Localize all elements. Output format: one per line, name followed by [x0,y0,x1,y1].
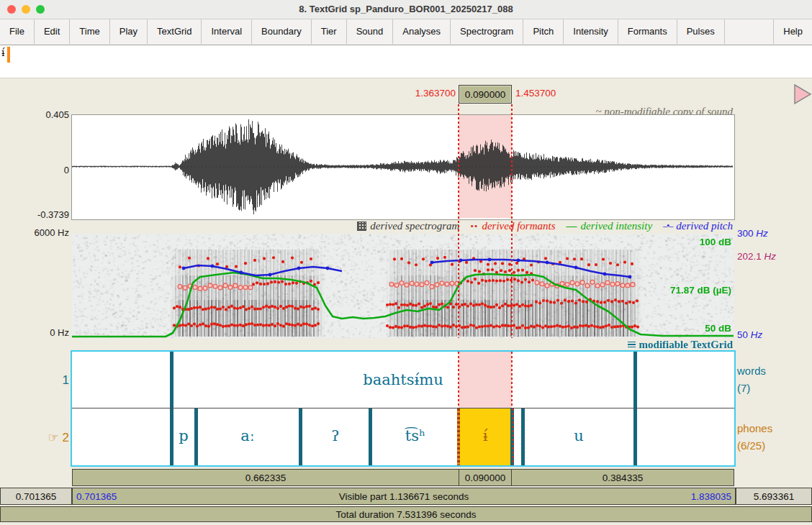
menu-spectrogram[interactable]: Spectrogram [451,19,523,44]
visible-end-time: 1.838035 [691,488,731,506]
word-interval-label: baahtsɨ́mu [363,371,443,388]
menu-textgrid[interactable]: TextGrid [148,19,202,44]
play-right-part-button[interactable]: 0.384335 [511,469,734,486]
praat-textgrid-editor: 8. TextGrid sp_Panduro_BOR001_20250217_0… [0,0,812,525]
menu-formants[interactable]: Formants [618,19,677,44]
menu-intensity[interactable]: Intensity [564,19,618,44]
selected-boundary-right[interactable] [510,408,514,465]
menu-interval[interactable]: Interval [202,19,252,44]
phone-interval-label: u [574,427,584,444]
amp-max-label: 0.405 [45,109,69,120]
legend-spectrogram-label: derived spectrogram [370,220,459,232]
menu-help[interactable]: Help [773,19,812,44]
selection-duration-button[interactable]: 0.090000 [459,85,512,104]
boundary-bar[interactable] [633,352,637,408]
spectrogram-legend-icon [357,222,366,231]
phone-interval-label: aː [240,427,255,444]
analysis-legend: derived spectrogram •• derived formants … [357,220,733,232]
menu-file[interactable]: File [0,19,35,44]
legend-formants: •• derived formants [470,220,555,232]
textgrid-note-label: modifiable TextGrid [639,339,733,351]
selection-left-dash[interactable] [458,104,459,338]
boundary-bar[interactable] [633,408,637,465]
textgrid-note: modifiable TextGrid [628,339,733,351]
pitch-legend-icon: –•– [663,221,672,232]
window-title: 8. TextGrid sp_Panduro_BOR001_20250217_0… [0,0,812,19]
boundary-bar[interactable] [170,408,173,465]
phone-interval-label: t͡sʰ [405,427,425,444]
legend-spectrogram: derived spectrogram [357,220,459,232]
legend-pitch-label: derived pitch [676,220,733,232]
waveform-panel[interactable] [71,114,735,220]
visible-start-time: 0.701365 [76,488,117,506]
menu-boundary[interactable]: Boundary [252,19,312,44]
formants-legend-icon: •• [470,221,478,232]
spectrogram-canvas[interactable] [72,234,734,338]
interval-text-field[interactable]: ɨ́ [0,45,812,78]
menu-pulses[interactable]: Pulses [677,19,725,44]
menu-time[interactable]: Time [70,19,109,44]
boundary-bar[interactable] [170,352,173,408]
boundary-bar[interactable] [369,408,372,465]
tier1-count: (7) [737,382,750,394]
pointing-hand-icon: ☞ [48,431,59,444]
menu-sound[interactable]: Sound [347,19,394,44]
pitch-bottom-label: 50 Hz [737,329,762,340]
selection-right-dash[interactable] [511,104,513,338]
selection-right-dash-tier2 [512,408,513,465]
selection-end-time[interactable]: 1.453700 [515,88,556,99]
play-visible-part-button[interactable]: 0.701365 Visible part 1.136671 seconds 1… [72,488,736,505]
tier2-count: (6/25) [737,439,765,452]
db-value-label: 71.87 dB (µE) [670,285,731,296]
menu-play[interactable]: Play [110,19,148,44]
legend-pitch: –•– derived pitch [663,220,733,232]
freq-top-label: 6000 Hz [35,227,69,238]
amp-zero-label: 0 [64,165,69,175]
waveform-canvas[interactable] [72,115,733,218]
amp-min-label: -0.3739 [37,209,69,220]
selected-phone-label: ɨ́ [483,427,488,444]
window-start-time[interactable]: 0.701365 [0,488,72,505]
pitch-value-label: 202.1 Hz [737,251,776,262]
play-left-part-button[interactable]: 0.662335 [72,469,459,486]
menu-analyses[interactable]: Analyses [393,19,451,44]
phone-interval-label: ʔ [331,427,339,444]
freq-bottom-label: 0 Hz [50,327,69,338]
selection-right-dash-tier1 [511,352,513,408]
words-tier-selection-band [459,352,512,408]
intensity-legend-icon: — [567,220,577,232]
selection-start-time[interactable]: 1.363700 [415,88,456,99]
legend-formants-label: derived formants [482,220,555,232]
visible-part-label: Visible part 1.136671 seconds [339,491,469,502]
selection-left-dash-tier1 [458,352,459,408]
phone-interval-label: p [179,427,188,444]
play-selection-button[interactable]: 0.090000 [459,469,512,486]
play-total-duration-button[interactable]: Total duration 7.531396 seconds [0,506,812,522]
tier1-number[interactable]: 1 [63,373,69,388]
menu-edit[interactable]: Edit [35,19,70,44]
menu-tier[interactable]: Tier [312,19,347,44]
play-button[interactable] [793,83,812,105]
boundary-bar[interactable] [521,408,525,465]
menubar: File Edit Time Play TextGrid Interval Bo… [0,19,812,45]
titlebar: 8. TextGrid sp_Panduro_BOR001_20250217_0… [0,0,812,19]
db-top-label: 100 dB [700,237,731,247]
selected-boundary-left[interactable] [457,408,460,465]
tier1-name[interactable]: words [737,365,766,377]
tier2-number[interactable]: ☞ 2 [48,430,69,445]
textgrid-icon [628,342,636,348]
text-caret [7,47,10,63]
pitch-top-label: 300 Hz [737,228,768,239]
boundary-bar[interactable] [299,408,302,465]
tier2-name[interactable]: phones [737,422,772,434]
menu-pitch[interactable]: Pitch [523,19,564,44]
spectrogram-panel[interactable] [72,234,734,338]
legend-intensity: — derived intensity [567,220,653,232]
interval-text-value: ɨ́ [1,47,4,58]
legend-intensity-label: derived intensity [581,220,653,232]
db-bottom-label: 50 dB [705,323,731,334]
window-end-time[interactable]: 5.693361 [736,488,812,505]
boundary-bar[interactable] [194,408,198,465]
